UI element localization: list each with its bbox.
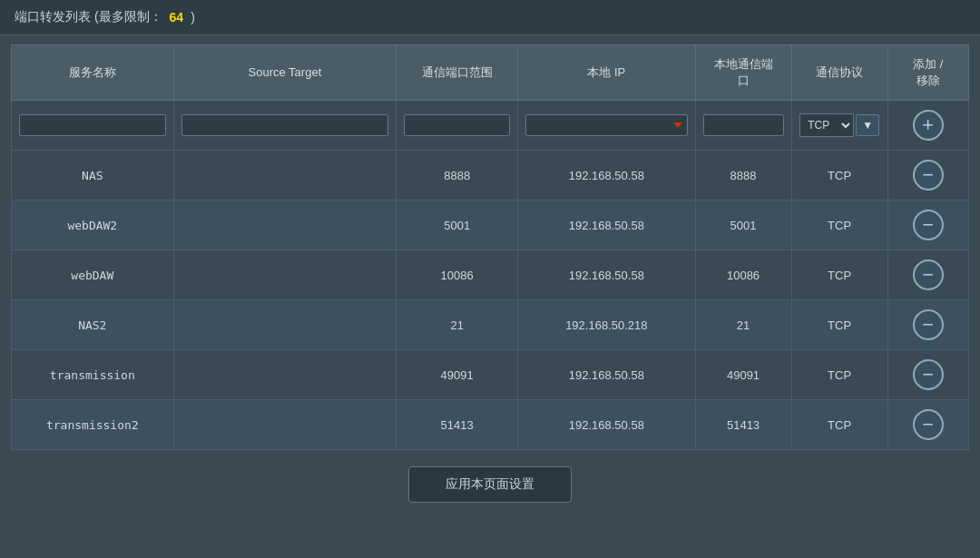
input-port-cell (397, 101, 518, 151)
port-range-cell: 8888 (397, 151, 518, 201)
port-range-cell: 10086 (397, 250, 518, 300)
service-cell: NAS (12, 151, 174, 201)
protocol-cell: TCP (791, 201, 887, 250)
ip-dropdown-arrow[interactable] (670, 114, 686, 136)
remove-action-cell: − (887, 151, 968, 201)
col-header-port-range: 通信端口范围 (397, 45, 518, 101)
remove-action-cell: − (887, 250, 968, 300)
protocol-cell: TCP (791, 151, 887, 201)
protocol-cell: TCP (791, 250, 887, 300)
title-limit: 64 (170, 10, 184, 24)
protocol-cell: TCP (791, 400, 887, 450)
col-header-source-target: Source Target (173, 45, 397, 101)
input-action-cell: + (887, 101, 968, 151)
title-close-paren: ) (191, 10, 195, 24)
col-header-service: 服务名称 (12, 45, 174, 101)
remove-button[interactable]: − (913, 210, 944, 240)
source-cell (173, 250, 397, 300)
local-port-cell: 21 (695, 300, 791, 350)
port-range-cell: 5001 (397, 201, 518, 250)
port-range-cell: 49091 (397, 350, 518, 400)
local-port-cell: 51413 (695, 400, 791, 450)
input-row: TCP UDP Both ▼ + (12, 101, 969, 151)
title-bar: 端口转发列表 (最多限制： 64 ) (0, 0, 980, 35)
input-source-cell (173, 101, 397, 151)
protocol-cell: TCP (791, 300, 887, 350)
local-port-cell: 49091 (695, 350, 791, 400)
port-range-cell: 51413 (397, 400, 518, 450)
input-service-cell (12, 101, 174, 151)
local-port-cell: 10086 (695, 250, 791, 300)
protocol-select[interactable]: TCP UDP Both (799, 113, 854, 137)
apply-button[interactable]: 应用本页面设置 (408, 466, 572, 503)
service-cell: webDAW2 (12, 201, 174, 250)
service-input[interactable] (19, 114, 166, 136)
local-port-input[interactable] (703, 114, 784, 136)
add-button[interactable]: + (913, 110, 944, 141)
input-protocol-cell: TCP UDP Both ▼ (791, 101, 887, 151)
source-cell (173, 350, 397, 400)
input-ip-cell (518, 101, 695, 151)
port-range-input[interactable] (404, 114, 510, 136)
remove-action-cell: − (887, 201, 968, 250)
table-header-row: 服务名称 Source Target 通信端口范围 本地 IP 本地通信端口 通… (12, 45, 969, 101)
input-localport-cell (695, 101, 791, 151)
source-cell (173, 400, 397, 450)
remove-button[interactable]: − (913, 259, 944, 290)
local-ip-cell: 192.168.50.218 (518, 300, 695, 350)
service-cell: webDAW (12, 250, 174, 300)
protocol-dropdown-btn[interactable]: ▼ (856, 114, 879, 136)
remove-action-cell: − (887, 350, 968, 400)
page-container: 端口转发列表 (最多限制： 64 ) 服务名称 Source Target 通信… (0, 0, 980, 558)
remove-action-cell: − (887, 400, 968, 450)
source-cell (173, 151, 397, 201)
local-ip-cell: 192.168.50.58 (518, 201, 695, 250)
table-row: webDAW10086192.168.50.5810086TCP− (12, 250, 969, 300)
local-ip-cell: 192.168.50.58 (518, 151, 695, 201)
title-text: 端口转发列表 (最多限制： (15, 9, 162, 25)
remove-button[interactable]: − (913, 309, 944, 340)
table-wrapper: 服务名称 Source Target 通信端口范围 本地 IP 本地通信端口 通… (0, 35, 980, 526)
table-row: transmission49091192.168.50.5849091TCP− (12, 350, 969, 400)
port-range-cell: 21 (397, 300, 518, 350)
local-ip-cell: 192.168.50.58 (518, 350, 695, 400)
service-cell: NAS2 (12, 300, 174, 350)
col-header-local-ip: 本地 IP (518, 45, 695, 101)
local-port-cell: 5001 (695, 201, 791, 250)
apply-button-row: 应用本页面设置 (11, 450, 969, 517)
protocol-cell: TCP (791, 350, 887, 400)
col-header-action: 添加 /移除 (887, 45, 968, 101)
port-forward-table: 服务名称 Source Target 通信端口范围 本地 IP 本地通信端口 通… (11, 44, 969, 450)
local-ip-input[interactable] (525, 114, 687, 136)
remove-button[interactable]: − (913, 359, 944, 390)
table-row: NAS8888192.168.50.588888TCP− (12, 151, 969, 201)
col-header-local-port: 本地通信端口 (695, 45, 791, 101)
source-target-input[interactable] (181, 114, 389, 136)
remove-button[interactable]: − (913, 160, 944, 191)
col-header-protocol: 通信协议 (791, 45, 887, 101)
source-cell (173, 201, 397, 250)
table-row: NAS221192.168.50.21821TCP− (12, 300, 969, 350)
local-ip-cell: 192.168.50.58 (518, 400, 695, 450)
remove-action-cell: − (887, 300, 968, 350)
source-cell (173, 300, 397, 350)
service-cell: transmission2 (12, 400, 174, 450)
remove-button[interactable]: − (913, 409, 944, 440)
table-row: webDAW25001192.168.50.585001TCP− (12, 201, 969, 250)
local-port-cell: 8888 (695, 151, 791, 201)
table-row: transmission251413192.168.50.5851413TCP− (12, 400, 969, 450)
service-cell: transmission (12, 350, 174, 400)
local-ip-cell: 192.168.50.58 (518, 250, 695, 300)
